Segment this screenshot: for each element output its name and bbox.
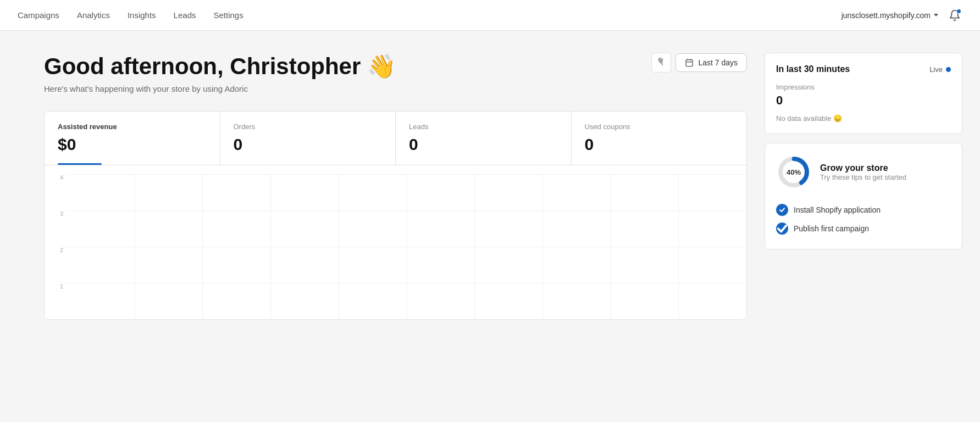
grid-line-v-6: [474, 174, 475, 319]
checkmark-icon-publish: [776, 223, 788, 235]
svg-rect-0: [686, 60, 693, 66]
store-selector[interactable]: junsclosett.myshopify.com: [841, 11, 938, 20]
grid-line-v-4: [339, 174, 339, 319]
greeting-subtext: Here's what's happening with your store …: [44, 84, 396, 93]
live-panel-header: In last 30 minutes Live: [776, 64, 951, 74]
impressions-value: 0: [776, 93, 951, 108]
live-panel-title: In last 30 minutes: [776, 64, 850, 74]
nav-item-leads[interactable]: Leads: [174, 8, 196, 22]
grow-title: Grow your store: [820, 163, 906, 173]
impressions-label: Impressions: [776, 83, 951, 91]
metric-underline: [58, 163, 102, 165]
notification-bell[interactable]: [947, 8, 962, 23]
live-badge: Live: [929, 65, 951, 74]
date-filter-button[interactable]: Last 7 days: [676, 53, 747, 72]
content-right: In last 30 minutes Live Impressions 0 No…: [765, 53, 962, 320]
grid-line-v-2: [202, 174, 203, 319]
nav-item-insights[interactable]: Insights: [128, 8, 156, 22]
header-right-controls: Last 7 days: [651, 53, 747, 73]
checklist-item-publish: Publish first campaign: [776, 219, 951, 238]
metrics-card: Assisted revenue $0 Orders 0 Leads 0 Use…: [44, 111, 747, 320]
nav-item-campaigns[interactable]: Campaigns: [18, 8, 59, 22]
content-left: Good afternoon, Christopher 👋 Here's wha…: [44, 53, 747, 320]
checklist-item-install: Install Shopify application: [776, 201, 951, 219]
metric-label-leads: Leads: [409, 123, 558, 131]
no-data-message: No data available 😞: [776, 114, 951, 123]
nav-item-analytics[interactable]: Analytics: [77, 8, 110, 22]
notification-dot: [956, 9, 961, 14]
check-circle-publish: [776, 223, 788, 235]
date-filter-label: Last 7 days: [698, 58, 738, 67]
greeting-text: Good afternoon, Christopher 👋 Here's wha…: [44, 53, 396, 93]
live-dot: [946, 67, 951, 72]
metric-cell-used-coupons: Used coupons 0: [572, 112, 747, 165]
metric-value-assisted-revenue: $0: [58, 135, 207, 154]
checklist-label-install: Install Shopify application: [794, 206, 881, 214]
chevron-down-icon: [934, 14, 938, 16]
y-label-3: 3: [45, 210, 67, 217]
checkmark-icon-install: [779, 207, 785, 213]
grid-line-v-9: [678, 174, 679, 319]
metric-cell-leads: Leads 0: [396, 112, 572, 165]
store-name: junsclosett.myshopify.com: [841, 11, 931, 20]
greeting-headline: Good afternoon, Christopher 👋: [44, 53, 396, 80]
chart-y-labels: 4 3 2 1: [45, 165, 67, 319]
grid-line-v-5: [407, 174, 407, 319]
check-circle-install: [776, 204, 788, 216]
nav-links: Campaigns Analytics Insights Leads Setti…: [18, 8, 243, 22]
top-navigation: Campaigns Analytics Insights Leads Setti…: [0, 0, 980, 31]
metric-cell-orders: Orders 0: [220, 112, 396, 165]
y-label-1: 1: [45, 283, 67, 290]
grid-line-v-7: [542, 174, 543, 319]
shopify-icon: [656, 57, 667, 68]
metric-value-leads: 0: [409, 135, 558, 154]
grow-donut-chart: 40%: [776, 154, 811, 190]
metric-cell-assisted-revenue: Assisted revenue $0: [45, 112, 220, 165]
grow-card-header: 40% Grow your store Try these tips to ge…: [776, 154, 951, 190]
grid-line-v-3: [270, 174, 271, 319]
grow-info: Grow your store Try these tips to get st…: [820, 163, 906, 181]
grid-line-v-1: [135, 174, 135, 319]
metric-value-orders: 0: [234, 135, 383, 154]
y-label-4: 4: [45, 174, 67, 181]
metrics-row: Assisted revenue $0 Orders 0 Leads 0 Use…: [45, 112, 746, 165]
grid-line-v-8: [611, 174, 611, 319]
main-content: Good afternoon, Christopher 👋 Here's wha…: [0, 31, 980, 337]
live-panel: In last 30 minutes Live Impressions 0 No…: [765, 53, 962, 134]
calendar-icon: [685, 58, 694, 67]
nav-right-section: junsclosett.myshopify.com: [841, 8, 962, 23]
live-label: Live: [929, 65, 943, 74]
metric-label-orders: Orders: [234, 123, 383, 131]
grow-percent-label: 40%: [787, 168, 801, 176]
shopify-icon-button[interactable]: [651, 53, 671, 73]
y-label-2: 2: [45, 247, 67, 253]
metric-value-used-coupons: 0: [585, 135, 734, 154]
grow-subtitle: Try these tips to get started: [820, 173, 906, 181]
grow-card: 40% Grow your store Try these tips to ge…: [765, 143, 962, 249]
checklist-label-publish: Publish first campaign: [794, 224, 869, 233]
chart-grid-lines: [67, 174, 746, 319]
nav-item-settings[interactable]: Settings: [213, 8, 243, 22]
grow-checklist: Install Shopify application Publish firs…: [776, 201, 951, 238]
metric-label-used-coupons: Used coupons: [585, 123, 734, 131]
chart-area: 4 3 2 1: [45, 165, 746, 319]
metric-label-assisted-revenue: Assisted revenue: [58, 123, 207, 131]
greeting-row: Good afternoon, Christopher 👋 Here's wha…: [44, 53, 747, 93]
